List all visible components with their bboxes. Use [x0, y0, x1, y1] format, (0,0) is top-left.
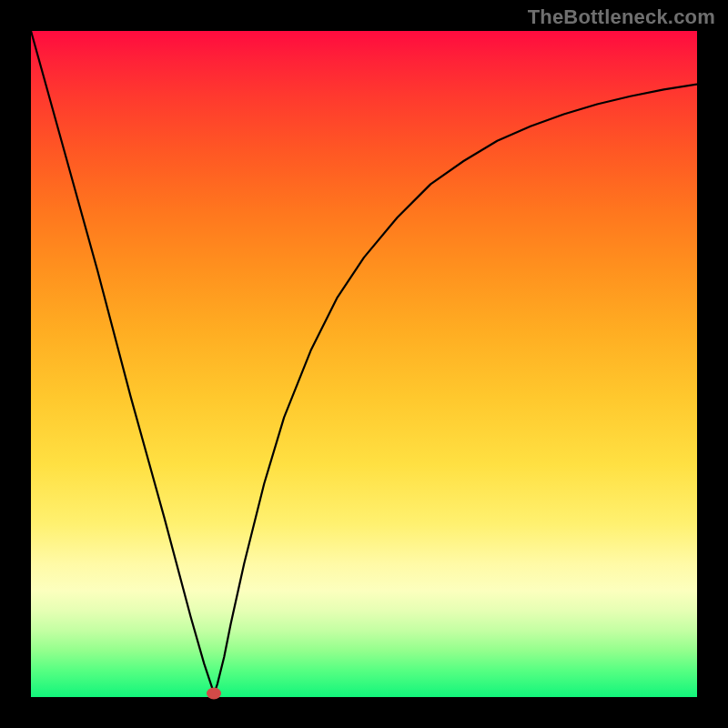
- optimum-marker: [207, 688, 221, 700]
- watermark-text: TheBottleneck.com: [528, 5, 715, 29]
- curve-overlay: [31, 31, 697, 697]
- bottleneck-curve: [31, 31, 697, 693]
- plot-area: [31, 31, 697, 697]
- chart-frame: TheBottleneck.com: [0, 0, 728, 728]
